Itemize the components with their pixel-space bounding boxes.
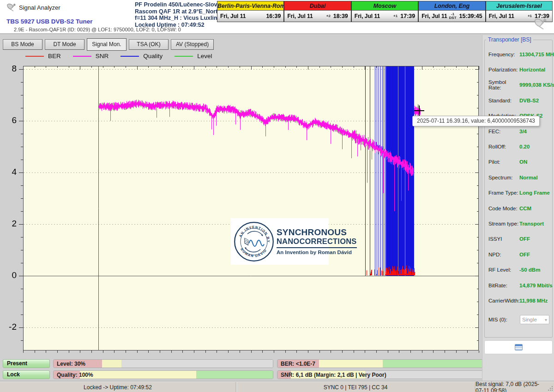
transponder-row-value: CCM bbox=[519, 206, 531, 211]
clock-london-eng: London, EngFri, Jul 11-1DST15:39:45 bbox=[418, 1, 485, 22]
watermark-tagline: An Invention by Roman Dávid bbox=[277, 249, 357, 255]
transponder-row-value: 3/4 bbox=[519, 129, 527, 134]
site-info: PF Prodelin 450/Lučenec-SlovakiaRascom Q… bbox=[135, 1, 229, 28]
legend-line-swatch bbox=[120, 56, 139, 57]
tab-av-stopped-[interactable]: AV (Stopped) bbox=[171, 39, 214, 50]
legend-label: Level bbox=[197, 53, 212, 59]
indicator-bar: SNR: 6,1 dB (Margin: 2,1 dB | Very Poor) bbox=[277, 370, 498, 379]
signal-chart-canvas bbox=[0, 35, 482, 358]
legend-line-swatch bbox=[73, 56, 91, 57]
bar-segment bbox=[383, 360, 497, 368]
transponder-row-label: Stream type: bbox=[488, 221, 519, 226]
clock-date: Fri, Jul 11 bbox=[422, 13, 447, 19]
satellite-dish-icon bbox=[6, 3, 16, 12]
bar-segment bbox=[121, 360, 273, 368]
indicator-bar: Level: 30% bbox=[53, 359, 273, 368]
transponder-row-label: RF Level: bbox=[488, 267, 519, 273]
tab-tsa-ok-[interactable]: TSA (OK) bbox=[129, 39, 169, 50]
transponder-row-label: BitRate: bbox=[488, 283, 519, 288]
clock-date: Fri, Jul 11 bbox=[220, 13, 246, 19]
clock-berlin-paris-vienna-roma: Berlin-Paris-Vienna-RomaFri, Jul 1116:39 bbox=[217, 1, 283, 22]
tab-signal-mon-[interactable]: Signal Mon. bbox=[87, 38, 126, 51]
transponder-row: RollOff:0.20 bbox=[485, 139, 552, 154]
transponder-row: Frame Type:Long Frame bbox=[485, 185, 552, 201]
transponder-row: Frequency:11304,715 MHz bbox=[485, 47, 552, 62]
transponder-row-value: DVB-S2 bbox=[519, 98, 539, 103]
transponder-row-value: 0.20 bbox=[519, 144, 530, 149]
transponder-row-value: Horizontal bbox=[519, 67, 545, 72]
clock-utc-offset: +2 bbox=[326, 14, 333, 18]
clock-date: Fri, Jul 11 bbox=[355, 13, 380, 19]
watermark-line1: SYNCHRONOUS bbox=[277, 228, 357, 237]
transponder-row-label: Polarization: bbox=[488, 67, 519, 72]
transponder-row: BitRate:14,879 Mbit/s bbox=[485, 278, 552, 293]
site-info-line: Rascom QAF 1R at 2.9°E_North bbox=[135, 8, 229, 15]
transponder-row: RF Level:-50 dBm bbox=[485, 262, 552, 277]
clock-city-label: Jerusalem-Israel bbox=[486, 1, 552, 11]
chart-legend: BERSNRQualityLevel bbox=[25, 53, 212, 59]
transponder-row-value: 9999,038 KS/s bbox=[519, 82, 554, 88]
legend-item-level: Level bbox=[175, 53, 212, 59]
legend-label: Quality bbox=[143, 53, 163, 59]
status-sync-counters: SYNC 0 | TEI 795 | CC 34 bbox=[236, 382, 475, 392]
clock-city-label: London, Eng bbox=[419, 1, 485, 11]
clock-date: Fri, Jul 11 bbox=[489, 13, 514, 19]
bar-segment bbox=[102, 360, 122, 368]
mis-dropdown[interactable]: Single ▾ bbox=[520, 315, 549, 324]
signal-analyzer-window: Signal Analyzer TBS 5927 USB DVB-S2 Tune… bbox=[0, 0, 554, 392]
transponder-title: Transponder [BS] bbox=[486, 36, 533, 43]
status-best-signal: Best signal: 7,0 dB (2025-07-11 09:58) bbox=[475, 382, 547, 392]
transponder-row-value: -50 dBm bbox=[519, 267, 540, 273]
transponder-row: ISSYIOFF bbox=[485, 232, 552, 247]
clock-offset-number: +1 bbox=[393, 14, 397, 18]
clock-city-label: Moscow bbox=[352, 1, 418, 11]
legend-item-quality: Quality bbox=[120, 53, 163, 59]
bar-segment bbox=[80, 371, 196, 379]
mis-selected-value: Single bbox=[522, 317, 537, 322]
transponder-row-label: Frequency: bbox=[488, 52, 519, 57]
indicator-bar: Quality: 100% bbox=[53, 370, 273, 379]
transponder-row-value: 14,879 Mbit/s bbox=[519, 283, 553, 288]
chevron-down-icon: ▾ bbox=[545, 317, 547, 322]
bar-label: SNR: 6,1 dB (Margin: 2,1 dB | Very Poor) bbox=[281, 371, 386, 379]
tab-bs-mode[interactable]: BS Mode bbox=[3, 39, 42, 50]
clock-dubai: DubaiFri, Jul 11+218:39 bbox=[283, 1, 350, 22]
transponder-row-value: 11,998 MHz bbox=[519, 298, 548, 303]
clock-moscow: MoscowFri, Jul 11+117:39 bbox=[351, 1, 418, 22]
transponder-row-label: Pilot: bbox=[488, 159, 519, 165]
transponder-row: Polarization:Horizontal bbox=[485, 62, 552, 77]
transponder-row: Code Mode:CCM bbox=[485, 201, 552, 216]
status-pill: Present bbox=[3, 359, 50, 368]
transponder-row-value: Long Frame bbox=[519, 190, 550, 196]
transponder-row-label: Code Mode: bbox=[488, 206, 519, 211]
transponder-row-label: Standard: bbox=[488, 98, 519, 103]
transport-stream-button[interactable] bbox=[484, 340, 553, 354]
clock-offset-number: +2 bbox=[326, 14, 331, 18]
tab-dt-mode[interactable]: DT Mode bbox=[45, 39, 84, 50]
transponder-row-value: OFF bbox=[519, 236, 530, 242]
clock-offset-sub: DST bbox=[449, 16, 457, 20]
transponder-row: Stream type:Transport bbox=[485, 216, 552, 231]
watermark-divider bbox=[277, 247, 357, 248]
clock-time: 17:39 bbox=[400, 13, 415, 19]
clock-time-row: Fri, Jul 11-1DST15:39:45 bbox=[419, 11, 485, 22]
clock-time: 18:39 bbox=[333, 13, 348, 19]
transponder-row-label: Symbol Rate: bbox=[488, 79, 519, 90]
transponder-row: Pilot:ON bbox=[485, 154, 552, 170]
clock-time: 15:39:45 bbox=[459, 13, 482, 19]
transponder-row: NPD:OFF bbox=[485, 247, 552, 262]
legend-line-swatch bbox=[175, 56, 193, 57]
transponder-row-value: 11304,715 MHz bbox=[519, 52, 554, 57]
clock-time-row: Fri, Jul 1116:39 bbox=[217, 11, 283, 22]
transponder-panel: Transponder [BS] Frequency:11304,715 MHz… bbox=[482, 35, 554, 392]
transponder-rows: Frequency:11304,715 MHzPolarization:Hori… bbox=[485, 47, 552, 309]
clock-date: Fri, Jul 11 bbox=[287, 13, 313, 19]
clock-utc-offset: -1DST bbox=[449, 12, 459, 20]
transponder-row-value: Transport bbox=[519, 221, 544, 226]
site-info-line: f=11 304 MHz_H : Vicus Luxlink bbox=[135, 15, 229, 22]
mis-row: MIS (0): Single ▾ bbox=[485, 315, 552, 324]
resize-grip[interactable] bbox=[548, 386, 553, 391]
status-uptime: Locked -> Uptime: 07:49:52 bbox=[0, 382, 235, 392]
invention-badge-icon: AN INVENTION BY ROMAN DÁVID bbox=[234, 221, 274, 262]
transponder-row-label: RollOff: bbox=[488, 144, 519, 149]
